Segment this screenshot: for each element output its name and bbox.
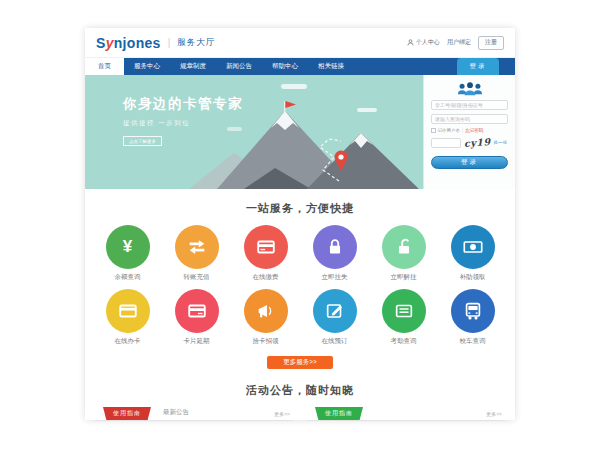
nav-item-home[interactable]: 首页 xyxy=(85,58,124,75)
left-tabbar: 使用指南 最新公告 更多>> xyxy=(95,406,293,421)
hero-cta-button[interactable]: 点击了解更多 xyxy=(123,136,162,146)
transfer-arrows-icon xyxy=(175,225,219,269)
personal-center-link[interactable]: 个人中心 xyxy=(407,38,440,47)
service-card-extension[interactable]: 卡片延期 xyxy=(162,289,231,346)
service-subsidy-collection[interactable]: 补助领取 xyxy=(438,225,507,282)
megaphone-icon xyxy=(244,289,288,333)
cloud-decoration xyxy=(281,84,307,89)
personal-center-label: 个人中心 xyxy=(416,38,440,47)
hero-banner: 你身边的卡管专家 提供捷径 一步到位 点击了解更多 记住用户名 | 忘记密码 xyxy=(85,75,515,189)
service-lost-card-claim[interactable]: 拾卡招领 xyxy=(231,289,300,346)
flag-icon xyxy=(285,101,296,108)
service-report-loss[interactable]: 立即挂失 xyxy=(300,225,369,282)
register-button[interactable]: 注册 xyxy=(478,36,504,50)
tab-latest-announcements[interactable]: 最新公告 xyxy=(163,408,189,420)
announcements-section: 活动公告，随时知晓 使用指南 最新公告 更多>> 使用指南 更多>> xyxy=(85,383,515,421)
service-school-bus-inquiry[interactable]: 校车查询 xyxy=(438,289,507,346)
attendance-list-icon xyxy=(382,289,426,333)
bank-card-icon xyxy=(244,225,288,269)
main-nav: 首页 服务中心 规章制度 新闻公告 帮助中心 相关链接 登录 xyxy=(85,58,515,75)
nav-item-links[interactable]: 相关链接 xyxy=(308,58,354,75)
yen-icon: ¥ xyxy=(106,225,150,269)
announcement-column-right: 使用指南 更多>> xyxy=(307,406,505,421)
password-input[interactable] xyxy=(431,114,508,124)
services-section: 一站服务，方便快捷 ¥ 余额查询 转账充值 在线缴 xyxy=(85,189,515,369)
announcement-columns: 使用指南 最新公告 更多>> 使用指南 更多>> xyxy=(85,398,515,421)
service-attendance-inquiry[interactable]: 考勤查询 xyxy=(369,289,438,346)
captcha-image[interactable]: cy19 xyxy=(464,136,491,149)
logo-text-rest: njones xyxy=(114,35,161,51)
bus-icon xyxy=(451,289,495,333)
site-name: 服务大厅 xyxy=(177,37,215,49)
new-card-icon xyxy=(106,289,150,333)
user-binding-label: 用户绑定 xyxy=(447,38,471,47)
login-tab[interactable]: 登录 xyxy=(457,58,499,75)
login-submit-button[interactable]: 登录 xyxy=(431,156,508,169)
announcement-column-left: 使用指南 最新公告 更多>> xyxy=(95,406,293,421)
remember-checkbox[interactable] xyxy=(431,128,436,133)
more-services-button[interactable]: 更多服务>> xyxy=(267,356,333,369)
service-online-payment[interactable]: 在线缴费 xyxy=(231,225,300,282)
site-header: Synjones | 服务大厅 个人中心 用户绑定 注册 xyxy=(85,28,515,58)
remember-row: 记住用户名 | 忘记密码 xyxy=(431,128,508,133)
nav-item-help[interactable]: 帮助中心 xyxy=(262,58,308,75)
edit-booking-icon xyxy=(313,289,357,333)
hero-copy: 你身边的卡管专家 提供捷径 一步到位 点击了解更多 xyxy=(123,95,243,147)
banknote-icon xyxy=(451,225,495,269)
hero-title: 你身边的卡管专家 xyxy=(123,95,243,113)
more-link-left[interactable]: 更多>> xyxy=(274,411,290,420)
remember-label: 记住用户名 xyxy=(438,128,461,133)
tab-usage-guide-right[interactable]: 使用指南 xyxy=(315,407,363,420)
user-binding-link[interactable]: 用户绑定 xyxy=(447,38,471,47)
service-unlock-card[interactable]: 立即解挂 xyxy=(369,225,438,282)
service-online-booking[interactable]: 在线预订 xyxy=(300,289,369,346)
captcha-refresh-link[interactable]: 换一张 xyxy=(494,140,508,145)
service-apply-card[interactable]: 在线办卡 xyxy=(93,289,162,346)
user-icon xyxy=(407,39,414,46)
nav-item-news[interactable]: 新闻公告 xyxy=(216,58,262,75)
services-title: 一站服务，方便快捷 xyxy=(85,201,515,216)
username-input[interactable] xyxy=(431,100,508,110)
more-link-right[interactable]: 更多>> xyxy=(486,411,502,420)
service-balance-inquiry[interactable]: ¥ 余额查询 xyxy=(93,225,162,282)
card-renew-icon xyxy=(175,289,219,333)
right-tabbar: 使用指南 更多>> xyxy=(307,406,505,421)
nav-item-service-center[interactable]: 服务中心 xyxy=(124,58,170,75)
separator: | xyxy=(462,128,463,133)
captcha-row: cy19 换一张 xyxy=(431,137,508,148)
page: Synjones | 服务大厅 个人中心 用户绑定 注册 首页 服务中心 规章制… xyxy=(85,28,515,420)
hero-subtitle: 提供捷径 一步到位 xyxy=(123,119,243,128)
captcha-input[interactable] xyxy=(431,138,461,148)
login-panel: 记住用户名 | 忘记密码 cy19 换一张 登录 xyxy=(423,75,515,189)
service-transfer-recharge[interactable]: 转账充值 xyxy=(162,225,231,282)
users-group-icon xyxy=(455,81,485,96)
tab-usage-guide-left[interactable]: 使用指南 xyxy=(103,407,151,420)
lock-open-icon xyxy=(382,225,426,269)
announcements-title: 活动公告，随时知晓 xyxy=(85,383,515,398)
logo-accent-letter: y xyxy=(106,35,114,51)
brand-logo[interactable]: Synjones xyxy=(96,35,161,51)
logo-divider: | xyxy=(168,37,171,48)
header-right: 个人中心 用户绑定 注册 xyxy=(407,36,504,50)
forgot-password-link[interactable]: 忘记密码 xyxy=(465,128,483,133)
services-grid: ¥ 余额查询 转账充值 在线缴费 xyxy=(85,216,515,346)
nav-item-rules[interactable]: 规章制度 xyxy=(170,58,216,75)
logo-text: S xyxy=(96,35,106,51)
lock-closed-icon xyxy=(313,225,357,269)
